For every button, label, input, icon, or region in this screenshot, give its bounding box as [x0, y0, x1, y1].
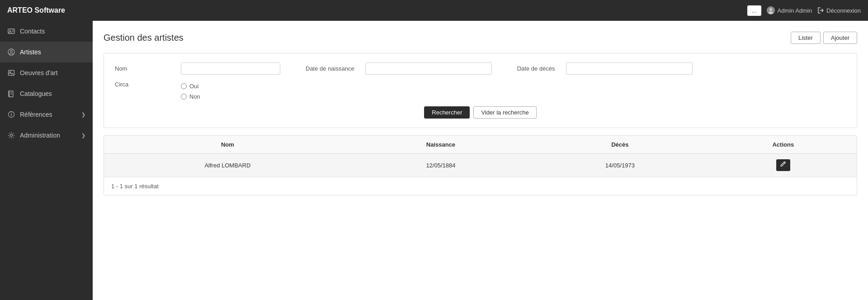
cell-deces: 14/05/1973	[530, 154, 709, 177]
sidebar: Contacts Artistes Oeuvres d'art Catalogu…	[0, 21, 93, 300]
logout-icon	[817, 7, 825, 14]
circa-non-radio[interactable]	[181, 94, 187, 100]
col-naissance: Naissance	[351, 136, 530, 154]
search-row-circa: Circa Oui Non	[115, 81, 846, 100]
topnav-right: ... Admin Admin Déconnexion	[747, 5, 861, 16]
topnav-dropdown-button[interactable]: ...	[747, 5, 761, 16]
sidebar-item-label: Références	[20, 111, 77, 118]
circa-group: Oui Non	[181, 83, 200, 100]
date-naissance-input[interactable]	[365, 62, 492, 75]
circa-oui-text: Oui	[189, 83, 198, 90]
results-footer: 1 - 1 sur 1 résultat	[104, 177, 857, 195]
image-icon	[7, 69, 15, 77]
table-body: Alfred LOMBARD 12/05/1884 14/05/1973	[104, 154, 857, 177]
circa-oui-radio[interactable]	[181, 83, 187, 89]
user-circle-icon	[7, 48, 15, 56]
info-circle-icon	[7, 110, 15, 119]
cell-nom: Alfred LOMBARD	[104, 154, 351, 177]
topnav: ARTEO Software ... Admin Admin Déconnexi…	[0, 0, 868, 21]
gear-icon	[7, 131, 15, 139]
page-header: Gestion des artistes Lister Ajouter	[104, 32, 857, 44]
table-header-row: Nom Naissance Décès Actions	[104, 136, 857, 154]
pencil-icon	[780, 162, 786, 167]
circa-non-label[interactable]: Non	[181, 93, 200, 100]
svg-point-18	[10, 134, 13, 137]
rechercher-button[interactable]: Rechercher	[424, 106, 470, 119]
topnav-user: Admin Admin	[767, 6, 812, 14]
svg-point-2	[769, 11, 773, 14]
search-actions: Rechercher Vider la recherche	[115, 106, 846, 119]
results-table: Nom Naissance Décès Actions Alfred LOMBA…	[104, 136, 857, 177]
chevron-right-icon: ❯	[81, 112, 85, 118]
logout-label: Déconnexion	[826, 7, 861, 14]
table-row: Alfred LOMBARD 12/05/1884 14/05/1973	[104, 154, 857, 177]
svg-point-9	[9, 53, 13, 55]
sidebar-item-label: Administration	[20, 132, 77, 139]
sidebar-item-references[interactable]: Références ❯	[0, 104, 93, 125]
address-card-icon	[7, 27, 15, 35]
circa-non-text: Non	[189, 93, 200, 100]
cell-naissance: 12/05/1884	[351, 154, 530, 177]
chevron-right-icon: ❯	[81, 133, 85, 138]
layout: Contacts Artistes Oeuvres d'art Catalogu…	[0, 21, 868, 300]
nom-input[interactable]	[181, 62, 280, 75]
lister-button[interactable]: Lister	[791, 32, 821, 44]
sidebar-item-label: Catalogues	[20, 90, 85, 97]
book-icon	[7, 90, 15, 98]
ajouter-button[interactable]: Ajouter	[823, 32, 857, 44]
date-deces-input[interactable]	[566, 62, 693, 75]
date-naissance-label: Date de naissance	[306, 65, 354, 72]
sidebar-item-label: Oeuvres d'art	[20, 69, 85, 76]
col-nom: Nom	[104, 136, 351, 154]
sidebar-item-oeuvres[interactable]: Oeuvres d'art	[0, 62, 93, 83]
edit-button[interactable]	[776, 159, 790, 171]
col-deces: Décès	[530, 136, 709, 154]
svg-point-8	[10, 50, 12, 52]
page-title: Gestion des artistes	[104, 33, 184, 43]
svg-point-4	[9, 30, 11, 32]
svg-point-11	[9, 71, 10, 72]
table-head: Nom Naissance Décès Actions	[104, 136, 857, 154]
sidebar-item-artistes[interactable]: Artistes	[0, 42, 93, 62]
col-actions: Actions	[710, 136, 857, 154]
page-header-buttons: Lister Ajouter	[791, 32, 857, 44]
sidebar-item-catalogues[interactable]: Catalogues	[0, 83, 93, 104]
search-row-1: Nom Date de naissance Date de décès	[115, 62, 846, 75]
nom-label: Nom	[115, 65, 174, 72]
svg-point-17	[11, 113, 12, 114]
sidebar-item-contacts[interactable]: Contacts	[0, 21, 93, 42]
user-icon	[767, 6, 775, 14]
cell-actions	[710, 154, 857, 177]
logout-button[interactable]: Déconnexion	[817, 7, 861, 14]
svg-point-1	[769, 8, 772, 11]
sidebar-item-administration[interactable]: Administration ❯	[0, 125, 93, 146]
date-deces-label: Date de décès	[517, 65, 555, 72]
search-panel: Nom Date de naissance Date de décès Circ…	[104, 53, 857, 128]
svg-point-7	[8, 49, 14, 55]
user-name: Admin Admin	[778, 7, 812, 14]
sidebar-item-label: Contacts	[20, 28, 85, 35]
circa-oui-label[interactable]: Oui	[181, 83, 200, 90]
main-content: Gestion des artistes Lister Ajouter Nom …	[93, 21, 868, 300]
results-panel: Nom Naissance Décès Actions Alfred LOMBA…	[104, 135, 857, 195]
vider-button[interactable]: Vider la recherche	[473, 106, 536, 119]
sidebar-item-label: Artistes	[20, 48, 85, 56]
app-logo: ARTEO Software	[7, 6, 65, 14]
circa-label: Circa	[115, 81, 174, 88]
